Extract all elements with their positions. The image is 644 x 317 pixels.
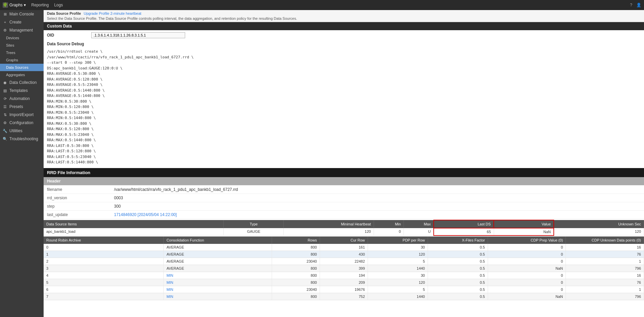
header-cell: Header bbox=[44, 177, 111, 186]
custom-data-title: Custom Data bbox=[47, 24, 72, 29]
ds-item-type: GAUGE bbox=[224, 228, 284, 235]
upgrade-profile-link[interactable]: Upgrade Profile 2-minute heartbeat bbox=[84, 11, 141, 15]
col-max: Max bbox=[404, 220, 434, 228]
sidebar-label-sites: Sites bbox=[6, 43, 14, 47]
sidebar-label-troubleshooting: Troubleshooting bbox=[9, 137, 38, 141]
rr-cell-id-3: 3 bbox=[44, 265, 164, 272]
round-robin-table: Round Robin Archive Consolidation Functi… bbox=[44, 236, 644, 300]
rr-cell-pdp-0: 30 bbox=[368, 244, 428, 251]
last-update-value: 1714846920 [2024/05/04 14:22:00] bbox=[111, 210, 644, 219]
rr-cell-cdp-unknown-2: 1 bbox=[566, 258, 644, 265]
rr-cell-pdp-1: 120 bbox=[368, 251, 428, 258]
nav-logs[interactable]: Logs bbox=[54, 3, 63, 7]
sidebar-item-aggregates[interactable]: Aggregates bbox=[0, 71, 44, 78]
templates-icon: ▤ bbox=[3, 89, 7, 93]
sidebar-item-troubleshooting[interactable]: 🔍 Troubleshooting bbox=[0, 135, 44, 143]
rr-cell-id-7: 7 bbox=[44, 293, 164, 300]
rr-col-func: Consolidation Function bbox=[164, 236, 272, 244]
sidebar-item-presets[interactable]: ☰ Presets bbox=[0, 103, 44, 111]
oid-row: OID bbox=[44, 30, 644, 40]
import-export-icon: ⇅ bbox=[3, 113, 7, 117]
sidebar-item-data-collection[interactable]: ◉ Data Collection bbox=[0, 78, 44, 87]
nav-reporting[interactable]: Reporting bbox=[31, 3, 49, 7]
presets-icon: ☰ bbox=[3, 105, 7, 109]
debug-label: Data Source Debug bbox=[44, 40, 644, 48]
sidebar-label-automation: Automation bbox=[9, 96, 30, 101]
last-update-label: last_update bbox=[44, 210, 111, 219]
ds-item-name: apc_bankb1_load bbox=[44, 228, 224, 235]
rr-cell-rows-0: 800 bbox=[272, 244, 320, 251]
sidebar-item-management[interactable]: ⚙ Management bbox=[0, 26, 44, 34]
sidebar-item-data-sources[interactable]: Data Sources bbox=[0, 64, 44, 71]
sidebar-item-sites[interactable]: Sites bbox=[0, 42, 44, 49]
rrd-version-label: rrd_version bbox=[44, 194, 111, 202]
rrd-info-title: RRD File Information bbox=[47, 170, 90, 175]
rr-row-3: 3 AVERAGE 800 399 1440 0.5 NaN 796 bbox=[44, 265, 644, 272]
rr-row-7: 7 MIN 800 752 1440 0.5 NaN 796 bbox=[44, 293, 644, 300]
rr-cell-cdp-unknown-5: 76 bbox=[566, 279, 644, 286]
utilities-icon: 🔧 bbox=[3, 129, 7, 133]
rr-cell-xfiles-3: 0.5 bbox=[428, 265, 488, 272]
rrd-info-header: RRD File Information bbox=[44, 168, 644, 177]
step-value: 300 bbox=[111, 202, 644, 210]
rr-cell-id-6: 6 bbox=[44, 286, 164, 293]
col-min: Min bbox=[374, 220, 404, 228]
col-heartbeat: Minimal Heartbeat bbox=[284, 220, 374, 228]
rr-cell-pdp-3: 1440 bbox=[368, 265, 428, 272]
sidebar-label-trees: Trees bbox=[6, 51, 15, 55]
graphs-label[interactable]: Graphs bbox=[9, 3, 22, 7]
management-icon: ⚙ bbox=[3, 28, 7, 33]
rr-cell-currow-5: 209 bbox=[320, 279, 368, 286]
sidebar-item-utilities[interactable]: 🔧 Utilities bbox=[0, 127, 44, 135]
help-icon[interactable]: ? bbox=[630, 3, 632, 7]
rr-cell-pdp-2: 5 bbox=[368, 258, 428, 265]
rr-cell-rows-7: 800 bbox=[272, 293, 320, 300]
custom-data-header: Custom Data bbox=[44, 22, 644, 30]
rr-header-row: Round Robin Archive Consolidation Functi… bbox=[44, 236, 644, 244]
sidebar-label-graphs: Graphs bbox=[6, 58, 18, 62]
sidebar-item-automation[interactable]: ⟳ Automation bbox=[0, 95, 44, 103]
sidebar-label-templates: Templates bbox=[9, 88, 28, 93]
sidebar-label-data-sources: Data Sources bbox=[6, 65, 29, 69]
rr-col-cdp: CDP Prep Value (0) bbox=[488, 236, 566, 244]
rr-cell-pdp-5: 120 bbox=[368, 279, 428, 286]
sidebar-item-trees[interactable]: Trees bbox=[0, 49, 44, 56]
ds-item-max: U bbox=[404, 228, 434, 235]
main-content: Data Source Profile Upgrade Profile 2-mi… bbox=[44, 10, 644, 317]
filename-value: /var/www/html/cacti/rra/vfo_rack_1_pdu1_… bbox=[111, 185, 644, 194]
configuration-icon: ⚙ bbox=[3, 121, 7, 125]
sidebar-item-create[interactable]: + Create bbox=[0, 18, 44, 26]
rrd-last-update-row: last_update 1714846920 [2024/05/04 14:22… bbox=[44, 210, 644, 219]
rr-cell-id-5: 5 bbox=[44, 279, 164, 286]
dropdown-icon[interactable]: ▾ bbox=[24, 3, 26, 7]
rr-cell-xfiles-1: 0.5 bbox=[428, 251, 488, 258]
rr-row-1: 1 AVERAGE 800 430 120 0.5 0 76 bbox=[44, 251, 644, 258]
sidebar-label-devices: Devices bbox=[6, 36, 19, 40]
user-icon[interactable]: 👤 bbox=[636, 3, 641, 7]
last-update-link[interactable]: 1714846920 [2024/05/04 14:22:00] bbox=[114, 212, 177, 217]
ds-profile-label: Data Source Profile bbox=[47, 11, 81, 15]
sidebar-item-main-console[interactable]: ⊞ Main Console bbox=[0, 10, 44, 18]
sidebar-item-import-export[interactable]: ⇅ Import/Export bbox=[0, 111, 44, 119]
rr-cell-xfiles-2: 0.5 bbox=[428, 258, 488, 265]
oid-input[interactable] bbox=[91, 32, 185, 38]
sidebar-item-devices[interactable]: Devices bbox=[0, 34, 44, 42]
rr-col-xfiles: X-Files Factor bbox=[428, 236, 488, 244]
ds-item-value: NaN bbox=[494, 228, 554, 235]
rr-row-6: 6 MIN 23040 19676 5 0.5 0 1 bbox=[44, 286, 644, 293]
rrd-version-value: 0003 bbox=[111, 194, 644, 202]
rr-cell-cdp-2: 0 bbox=[488, 258, 566, 265]
sidebar: ⊞ Main Console + Create ⚙ Management Dev… bbox=[0, 10, 44, 317]
ds-items-header-row: Data Source Items Type Minimal Heartbeat… bbox=[44, 220, 644, 228]
rr-cell-xfiles-6: 0.5 bbox=[428, 286, 488, 293]
rrd-filename-row: filename /var/www/html/cacti/rra/vfo_rac… bbox=[44, 185, 644, 194]
col-type: Type bbox=[224, 220, 284, 228]
sidebar-item-templates[interactable]: ▤ Templates bbox=[0, 87, 44, 95]
sidebar-item-configuration[interactable]: ⚙ Configuration bbox=[0, 119, 44, 127]
rr-cell-rows-1: 800 bbox=[272, 251, 320, 258]
rr-cell-currow-7: 752 bbox=[320, 293, 368, 300]
sidebar-item-graphs[interactable]: Graphs bbox=[0, 56, 44, 64]
automation-icon: ⟳ bbox=[3, 97, 7, 101]
rr-cell-xfiles-5: 0.5 bbox=[428, 279, 488, 286]
rr-cell-currow-6: 19676 bbox=[320, 286, 368, 293]
